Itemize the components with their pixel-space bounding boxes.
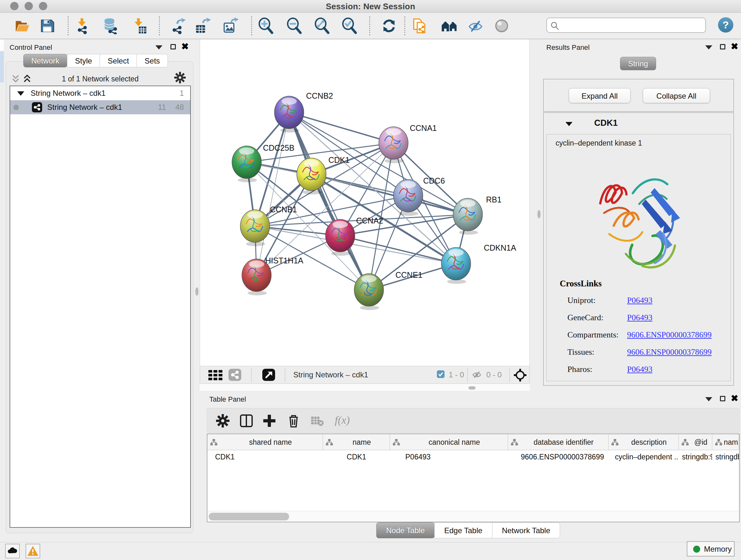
crosslink-link[interactable]: 9606.ENSP00000378699	[627, 330, 712, 340]
results-panel: Results Panel ✖ String Expand All Collap…	[530, 40, 741, 393]
table-cell: 9606.ENSP00000378699	[508, 450, 609, 464]
node-CCNB1[interactable]	[240, 210, 270, 246]
hidden-eye-icon[interactable]	[472, 370, 482, 380]
network-tree-root-row[interactable]: String Network – cdk1 1	[10, 86, 190, 100]
save-session-icon[interactable]	[39, 17, 56, 34]
edge-CCNB2-HIST1H1A[interactable]	[257, 112, 289, 275]
import-network-file-icon[interactable]	[75, 17, 91, 34]
network-canvas[interactable]: CDK1CCNB1CCNB2CCNA1CCNA2CCNE1CDC6CDC25BC…	[200, 40, 530, 366]
cloud-button[interactable]	[5, 544, 20, 558]
node-CCNB2[interactable]	[274, 96, 304, 132]
network-tree-row-selected[interactable]: String Network – cdk1 11 48	[10, 100, 190, 114]
tree-expand-icon[interactable]	[17, 91, 24, 96]
crosslink-link[interactable]: P06493	[627, 313, 652, 322]
column-header-canonical-name[interactable]: canonical name	[390, 434, 508, 450]
crosslink-link[interactable]: P06493	[627, 296, 652, 305]
center-view-icon[interactable]	[514, 369, 527, 383]
right-splitter-handle[interactable]	[537, 210, 541, 219]
zoom-selected-icon[interactable]	[341, 17, 358, 34]
tab-network[interactable]: Network	[23, 54, 67, 67]
warning-button[interactable]	[25, 544, 40, 558]
show-panel-icon[interactable]	[493, 17, 510, 34]
add-column-icon[interactable]	[262, 414, 277, 428]
import-table-file-icon[interactable]	[131, 17, 148, 34]
search-input[interactable]	[546, 17, 706, 33]
crosslink-row: Uniprot:P06493	[547, 296, 731, 308]
edge-CCNB2-CCNA1[interactable]	[289, 112, 394, 143]
control-panel-float-icon[interactable]	[155, 45, 162, 50]
hide-panels-icon[interactable]	[467, 17, 484, 34]
left-splitter-handle[interactable]	[195, 287, 199, 296]
zoom-fit-icon[interactable]	[314, 17, 330, 34]
node-label-CCNA2: CCNA2	[356, 216, 383, 225]
tab-sets[interactable]: Sets	[137, 54, 168, 67]
table-cell: stringdb	[712, 450, 739, 464]
zoom-out-icon[interactable]	[286, 17, 302, 34]
delete-table-icon[interactable]	[310, 414, 325, 428]
tab-node-table[interactable]: Node Table	[376, 522, 434, 538]
gene-collapse-icon[interactable]	[565, 122, 572, 126]
network-collection-label: String Network – cdk1	[30, 89, 106, 98]
node-label-CCNB1: CCNB1	[270, 205, 297, 214]
node-CCNA2[interactable]	[326, 219, 355, 256]
collapse-all-button[interactable]: Collapse All	[643, 88, 710, 103]
control-panel-close-icon[interactable]: ✖	[181, 44, 189, 50]
column-header-shared-name[interactable]: shared name	[207, 434, 323, 450]
memory-button[interactable]: Memory	[687, 541, 735, 557]
tab-network-table[interactable]: Network Table	[492, 522, 560, 538]
string-home-icon[interactable]	[441, 17, 458, 34]
table-horizontal-scrollbar	[207, 511, 739, 522]
column-header-name[interactable]: name	[323, 434, 390, 450]
table-panel-close-icon[interactable]: ✖	[731, 395, 738, 401]
control-panel-title: Control Panel	[10, 44, 52, 52]
export-network-file-icon[interactable]	[170, 17, 186, 34]
birdseye-grid-icon[interactable]	[208, 370, 223, 381]
help-button[interactable]: ?	[718, 17, 733, 33]
results-panel-close-icon[interactable]: ✖	[731, 44, 738, 50]
column-header--id[interactable]: @id	[679, 434, 712, 450]
show-columns-icon[interactable]	[239, 414, 254, 428]
column-header-namespace[interactable]: namespace	[712, 434, 739, 450]
network-options-gear-icon[interactable]	[174, 71, 186, 85]
crosslink-link[interactable]: 9606.ENSP00000378699	[627, 348, 712, 357]
tab-style[interactable]: Style	[67, 54, 100, 67]
refresh-icon[interactable]	[381, 17, 397, 34]
scrollbar-thumb[interactable]	[209, 513, 289, 520]
node-CCNE1[interactable]	[354, 273, 384, 310]
node-CCNA1[interactable]	[379, 127, 408, 163]
function-builder-icon[interactable]: f(x)	[335, 414, 350, 426]
export-table-file-icon[interactable]	[195, 17, 211, 34]
toolbar-separator	[467, 368, 468, 382]
table-cell: P06493	[390, 450, 508, 464]
string-import-icon[interactable]	[412, 17, 428, 34]
tab-select[interactable]: Select	[99, 54, 137, 67]
window-title: Session: New Session	[0, 2, 741, 11]
control-panel-maximize-icon[interactable]	[171, 44, 176, 50]
export-image-icon[interactable]	[222, 17, 239, 34]
tab-string[interactable]: String	[620, 57, 656, 70]
expand-all-button[interactable]: Expand All	[569, 88, 630, 103]
import-network-database-icon[interactable]	[102, 17, 118, 34]
selected-nodes-checkbox[interactable]	[437, 370, 445, 378]
open-in-window-icon[interactable]	[262, 369, 275, 381]
results-panel-maximize-icon[interactable]	[720, 44, 725, 50]
results-panel-float-icon[interactable]	[705, 45, 712, 50]
zoom-in-icon[interactable]	[258, 17, 274, 34]
column-header-database-identifier[interactable]: database identifier	[508, 434, 609, 450]
delete-column-icon[interactable]	[286, 414, 301, 428]
table-row[interactable]: CDK1CDK1P064939606.ENSP00000378699cyclin…	[207, 450, 739, 464]
crosslink-link[interactable]: P06493	[627, 365, 652, 374]
table-panel-float-icon[interactable]	[705, 397, 712, 401]
network-status-dot	[13, 105, 19, 110]
network-share-icon[interactable]	[228, 369, 241, 381]
open-session-icon[interactable]	[14, 17, 31, 34]
node-CDK1[interactable]	[297, 158, 326, 194]
node-CDC25B[interactable]	[232, 146, 261, 182]
tab-edge-table[interactable]: Edge Table	[434, 522, 492, 538]
column-header-description[interactable]: description	[609, 434, 679, 450]
table-panel-maximize-icon[interactable]	[720, 396, 725, 401]
node-RB1[interactable]	[453, 198, 482, 235]
table-gear-icon[interactable]	[215, 414, 230, 428]
bottom-splitter-handle[interactable]	[468, 386, 475, 389]
node-CDKN1A[interactable]	[441, 247, 471, 284]
